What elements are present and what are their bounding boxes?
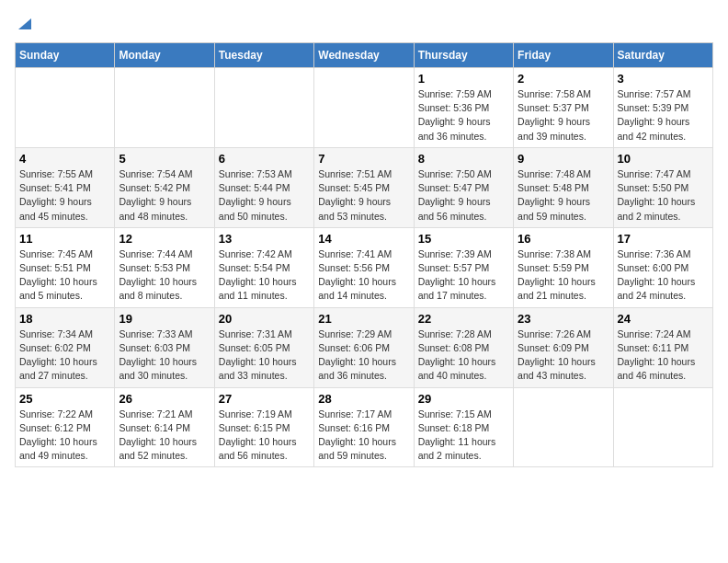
calendar-cell: 27Sunrise: 7:19 AMSunset: 6:15 PMDayligh… [214, 387, 313, 467]
day-number: 14 [318, 232, 409, 246]
logo-triangle-icon [17, 15, 33, 31]
day-number: 6 [219, 152, 310, 166]
calendar-cell: 25Sunrise: 7:22 AMSunset: 6:12 PMDayligh… [16, 387, 115, 467]
day-detail: Sunrise: 7:39 AMSunset: 5:57 PMDaylight:… [418, 247, 509, 304]
calendar-cell [314, 68, 414, 148]
day-detail: Sunrise: 7:45 AMSunset: 5:51 PMDaylight:… [19, 247, 110, 304]
calendar-cell: 10Sunrise: 7:47 AMSunset: 5:50 PMDayligh… [613, 147, 712, 227]
day-number: 18 [19, 312, 110, 326]
day-number: 13 [219, 232, 310, 246]
calendar-cell [514, 387, 613, 467]
day-header-sunday: Sunday [16, 43, 115, 68]
week-row-3: 11Sunrise: 7:45 AMSunset: 5:51 PMDayligh… [16, 227, 713, 307]
day-detail: Sunrise: 7:17 AMSunset: 6:16 PMDaylight:… [318, 408, 409, 464]
calendar-cell: 2Sunrise: 7:58 AMSunset: 5:37 PMDaylight… [514, 68, 613, 148]
calendar-cell: 19Sunrise: 7:33 AMSunset: 6:03 PMDayligh… [115, 307, 214, 387]
day-detail: Sunrise: 7:24 AMSunset: 6:11 PMDaylight:… [618, 327, 709, 384]
day-number: 4 [19, 152, 110, 166]
calendar-cell: 12Sunrise: 7:44 AMSunset: 5:53 PMDayligh… [115, 227, 214, 307]
day-detail: Sunrise: 7:22 AMSunset: 6:12 PMDaylight:… [19, 408, 110, 464]
day-header-saturday: Saturday [613, 43, 712, 68]
calendar-cell: 7Sunrise: 7:51 AMSunset: 5:45 PMDaylight… [314, 147, 414, 227]
week-row-4: 18Sunrise: 7:34 AMSunset: 6:02 PMDayligh… [16, 307, 713, 387]
day-detail: Sunrise: 7:44 AMSunset: 5:53 PMDaylight:… [119, 247, 210, 304]
calendar-cell: 26Sunrise: 7:21 AMSunset: 6:14 PMDayligh… [115, 387, 214, 467]
day-detail: Sunrise: 7:21 AMSunset: 6:14 PMDaylight:… [119, 408, 210, 464]
calendar-cell: 8Sunrise: 7:50 AMSunset: 5:47 PMDaylight… [414, 147, 513, 227]
calendar-cell: 14Sunrise: 7:41 AMSunset: 5:56 PMDayligh… [314, 227, 414, 307]
day-detail: Sunrise: 7:57 AMSunset: 5:39 PMDaylight:… [618, 87, 709, 144]
day-number: 26 [119, 392, 210, 406]
day-detail: Sunrise: 7:58 AMSunset: 5:37 PMDaylight:… [518, 87, 609, 144]
calendar-cell: 18Sunrise: 7:34 AMSunset: 6:02 PMDayligh… [16, 307, 115, 387]
calendar-cell: 4Sunrise: 7:55 AMSunset: 5:41 PMDaylight… [16, 147, 115, 227]
day-number: 3 [618, 72, 709, 86]
day-number: 2 [518, 72, 609, 86]
day-headers-row: SundayMondayTuesdayWednesdayThursdayFrid… [16, 43, 713, 68]
day-number: 10 [618, 152, 709, 166]
calendar-table: SundayMondayTuesdayWednesdayThursdayFrid… [15, 42, 713, 467]
calendar-cell: 24Sunrise: 7:24 AMSunset: 6:11 PMDayligh… [613, 307, 712, 387]
day-number: 17 [618, 232, 709, 246]
svg-marker-0 [18, 18, 31, 29]
header [15, 15, 713, 35]
day-detail: Sunrise: 7:31 AMSunset: 6:05 PMDaylight:… [219, 327, 310, 384]
day-number: 1 [418, 72, 509, 86]
calendar-cell: 11Sunrise: 7:45 AMSunset: 5:51 PMDayligh… [16, 227, 115, 307]
day-detail: Sunrise: 7:48 AMSunset: 5:48 PMDaylight:… [518, 167, 609, 224]
calendar-cell: 28Sunrise: 7:17 AMSunset: 6:16 PMDayligh… [314, 387, 414, 467]
day-detail: Sunrise: 7:28 AMSunset: 6:08 PMDaylight:… [418, 327, 509, 384]
calendar-cell: 5Sunrise: 7:54 AMSunset: 5:42 PMDaylight… [115, 147, 214, 227]
day-detail: Sunrise: 7:55 AMSunset: 5:41 PMDaylight:… [19, 167, 110, 224]
day-detail: Sunrise: 7:42 AMSunset: 5:54 PMDaylight:… [219, 247, 310, 304]
calendar-cell: 22Sunrise: 7:28 AMSunset: 6:08 PMDayligh… [414, 307, 513, 387]
calendar-cell: 23Sunrise: 7:26 AMSunset: 6:09 PMDayligh… [514, 307, 613, 387]
calendar-cell [613, 387, 712, 467]
day-number: 15 [418, 232, 509, 246]
day-detail: Sunrise: 7:53 AMSunset: 5:44 PMDaylight:… [219, 167, 310, 224]
calendar-cell: 16Sunrise: 7:38 AMSunset: 5:59 PMDayligh… [514, 227, 613, 307]
calendar-cell: 13Sunrise: 7:42 AMSunset: 5:54 PMDayligh… [214, 227, 313, 307]
day-detail: Sunrise: 7:26 AMSunset: 6:09 PMDaylight:… [518, 327, 609, 384]
calendar-cell [115, 68, 214, 148]
calendar-cell: 1Sunrise: 7:59 AMSunset: 5:36 PMDaylight… [414, 68, 513, 148]
day-number: 22 [418, 312, 509, 326]
day-number: 21 [318, 312, 409, 326]
calendar-cell: 29Sunrise: 7:15 AMSunset: 6:18 PMDayligh… [414, 387, 513, 467]
day-header-friday: Friday [514, 43, 613, 68]
day-detail: Sunrise: 7:36 AMSunset: 6:00 PMDaylight:… [618, 247, 709, 304]
day-number: 16 [518, 232, 609, 246]
day-header-thursday: Thursday [414, 43, 513, 68]
calendar-cell: 20Sunrise: 7:31 AMSunset: 6:05 PMDayligh… [214, 307, 313, 387]
day-detail: Sunrise: 7:15 AMSunset: 6:18 PMDaylight:… [418, 408, 509, 464]
day-detail: Sunrise: 7:50 AMSunset: 5:47 PMDaylight:… [418, 167, 509, 224]
calendar-cell: 6Sunrise: 7:53 AMSunset: 5:44 PMDaylight… [214, 147, 313, 227]
day-number: 20 [219, 312, 310, 326]
week-row-5: 25Sunrise: 7:22 AMSunset: 6:12 PMDayligh… [16, 387, 713, 467]
day-number: 24 [618, 312, 709, 326]
calendar-cell: 9Sunrise: 7:48 AMSunset: 5:48 PMDaylight… [514, 147, 613, 227]
day-header-monday: Monday [115, 43, 214, 68]
logo [15, 15, 33, 35]
day-number: 7 [318, 152, 409, 166]
day-detail: Sunrise: 7:54 AMSunset: 5:42 PMDaylight:… [119, 167, 210, 224]
day-detail: Sunrise: 7:29 AMSunset: 6:06 PMDaylight:… [318, 327, 409, 384]
day-detail: Sunrise: 7:33 AMSunset: 6:03 PMDaylight:… [119, 327, 210, 384]
day-number: 29 [418, 392, 509, 406]
day-number: 25 [19, 392, 110, 406]
day-number: 11 [19, 232, 110, 246]
day-number: 12 [119, 232, 210, 246]
week-row-1: 1Sunrise: 7:59 AMSunset: 5:36 PMDaylight… [16, 68, 713, 148]
day-header-tuesday: Tuesday [214, 43, 313, 68]
day-number: 23 [518, 312, 609, 326]
day-detail: Sunrise: 7:34 AMSunset: 6:02 PMDaylight:… [19, 327, 110, 384]
day-number: 28 [318, 392, 409, 406]
day-number: 27 [219, 392, 310, 406]
calendar-cell: 17Sunrise: 7:36 AMSunset: 6:00 PMDayligh… [613, 227, 712, 307]
day-header-wednesday: Wednesday [314, 43, 414, 68]
day-number: 19 [119, 312, 210, 326]
calendar-cell: 15Sunrise: 7:39 AMSunset: 5:57 PMDayligh… [414, 227, 513, 307]
day-number: 9 [518, 152, 609, 166]
day-detail: Sunrise: 7:19 AMSunset: 6:15 PMDaylight:… [219, 408, 310, 464]
day-detail: Sunrise: 7:51 AMSunset: 5:45 PMDaylight:… [318, 167, 409, 224]
